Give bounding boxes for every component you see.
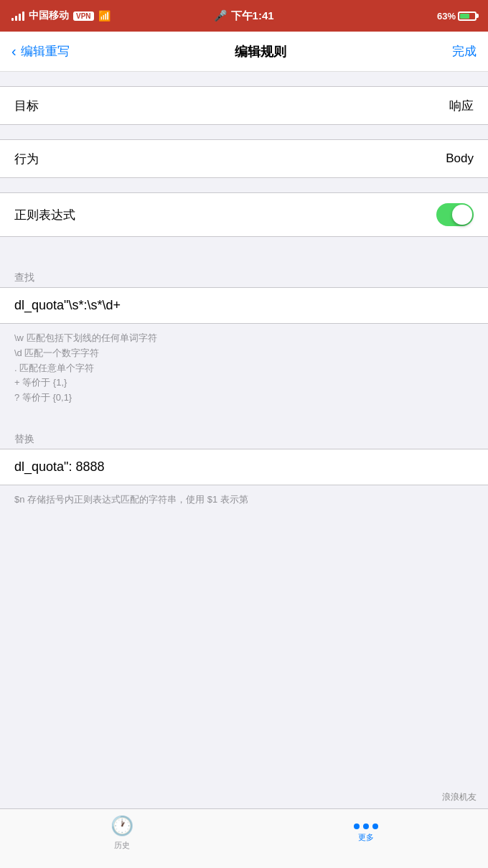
signal-bars-icon [11, 11, 24, 21]
action-value: Body [446, 151, 474, 166]
chevron-left-icon: ‹ [11, 43, 17, 60]
back-label: 编辑重写 [21, 43, 70, 60]
status-right: 63% [437, 11, 477, 22]
dot-1 [354, 823, 360, 829]
find-hints: \w 匹配包括下划线的任何单词字符 \d 匹配一个数字字符 . 匹配任意单个字符… [0, 324, 488, 413]
target-value: 响应 [449, 98, 474, 114]
bottom-padding [0, 515, 488, 587]
spacer-4 [0, 237, 488, 251]
target-section: 目标 响应 [0, 86, 488, 125]
find-hint-3: . 匹配任意单个字符 [14, 361, 474, 376]
dot-2 [363, 823, 369, 829]
spacer-5 [0, 251, 488, 266]
battery-fill [460, 14, 469, 19]
page-title: 编辑规则 [235, 43, 286, 60]
target-row: 目标 响应 [0, 87, 488, 124]
action-label: 行为 [14, 151, 39, 167]
battery-percent: 63% [437, 11, 456, 22]
find-value-row[interactable]: dl_quota"\s*:\s*\d+ [0, 287, 488, 324]
tab-more[interactable]: 更多 [354, 823, 378, 843]
nav-bar: ‹ 编辑重写 编辑规则 完成 [0, 32, 488, 72]
regex-row: 正则表达式 [0, 193, 488, 236]
dot-3 [372, 823, 378, 829]
find-hint-5: ? 等价于 {0,1} [14, 391, 474, 406]
battery-container: 63% [437, 11, 477, 22]
mic-icon: 🎤 [214, 9, 227, 22]
status-bar: 中国移动 VPN 📶 🎤 下午1:41 63% [0, 0, 488, 32]
status-time: 🎤 下午1:41 [214, 9, 273, 23]
replace-hint: $n 存储括号内正则表达式匹配的字符串，使用 $1 表示第 [0, 485, 488, 515]
find-hint-2: \d 匹配一个数字字符 [14, 346, 474, 361]
replace-value-row[interactable]: dl_quota": 8888 [0, 449, 488, 485]
regex-section: 正则表达式 [0, 192, 488, 237]
spacer-2 [0, 125, 488, 139]
spacer-1 [0, 72, 488, 86]
carrier-label: 中国移动 [29, 9, 69, 22]
find-hint-4: + 等价于 {1,} [14, 375, 474, 391]
replace-hint-text: $n 存储括号内正则表达式匹配的字符串，使用 $1 表示第 [14, 493, 474, 508]
history-icon: 🕐 [111, 815, 133, 837]
find-section-label: 查找 [0, 266, 488, 287]
target-label: 目标 [14, 98, 39, 114]
history-label: 历史 [114, 840, 130, 851]
tab-history[interactable]: 🕐 历史 [111, 815, 133, 851]
spacer-6 [0, 413, 488, 427]
find-value-text: dl_quota"\s*:\s*\d+ [14, 298, 121, 312]
replace-section-label: 替换 [0, 427, 488, 449]
regex-toggle[interactable] [436, 203, 474, 226]
tab-bar: 🕐 历史 更多 [0, 808, 488, 868]
regex-label: 正则表达式 [14, 207, 75, 223]
toggle-knob [452, 205, 472, 225]
replace-value-text: dl_quota": 8888 [14, 459, 105, 474]
more-label: 更多 [358, 832, 374, 843]
more-icon [354, 823, 378, 829]
watermark: 浪浪机友 [442, 791, 477, 803]
wifi-icon: 📶 [98, 10, 111, 22]
vpn-badge: VPN [73, 11, 94, 21]
status-left: 中国移动 VPN 📶 [11, 9, 111, 22]
back-button[interactable]: ‹ 编辑重写 [11, 43, 70, 60]
action-row: 行为 Body [0, 140, 488, 177]
find-hint-1: \w 匹配包括下划线的任何单词字符 [14, 331, 474, 346]
spacer-3 [0, 178, 488, 192]
action-section: 行为 Body [0, 139, 488, 178]
battery-icon [458, 11, 477, 21]
done-button[interactable]: 完成 [452, 43, 477, 60]
